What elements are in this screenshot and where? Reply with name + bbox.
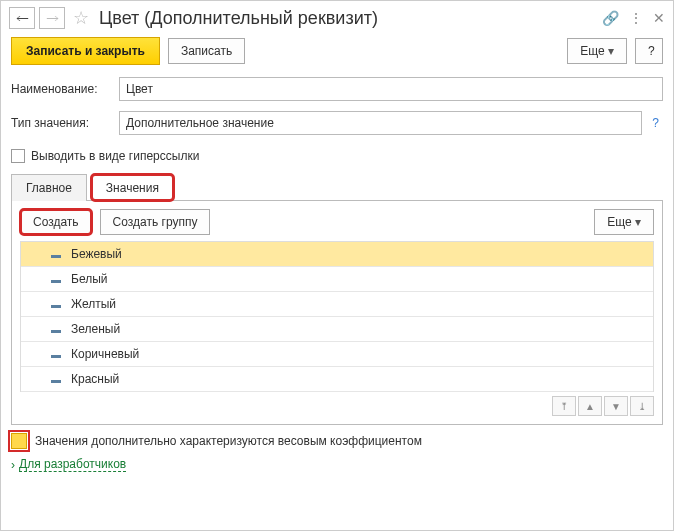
item-icon: ▬: [51, 299, 61, 310]
name-label: Наименование:: [11, 82, 113, 96]
item-icon: ▬: [51, 374, 61, 385]
list-item[interactable]: ▬ Красный: [21, 367, 653, 392]
close-icon[interactable]: ✕: [653, 10, 665, 26]
kebab-menu-icon[interactable]: ⋮: [629, 10, 643, 26]
item-label: Коричневый: [71, 347, 139, 361]
move-up-button[interactable]: ▲: [578, 396, 602, 416]
item-label: Зеленый: [71, 322, 120, 336]
help-button[interactable]: ?: [635, 38, 663, 64]
move-bottom-button[interactable]: ⤓: [630, 396, 654, 416]
list-item[interactable]: ▬ Зеленый: [21, 317, 653, 342]
item-icon: ▬: [51, 324, 61, 335]
hyperlink-label: Выводить в виде гиперссылки: [31, 149, 199, 163]
more-button[interactable]: Еще: [567, 38, 627, 64]
save-and-close-button[interactable]: Записать и закрыть: [11, 37, 160, 65]
name-input[interactable]: [119, 77, 663, 101]
move-down-button[interactable]: ▼: [604, 396, 628, 416]
item-icon: ▬: [51, 274, 61, 285]
weight-checkbox[interactable]: [11, 433, 27, 449]
create-group-button[interactable]: Создать группу: [100, 209, 211, 235]
type-label: Тип значения:: [11, 116, 113, 130]
nav-back-button[interactable]: 🡐: [9, 7, 35, 29]
type-input[interactable]: [119, 111, 642, 135]
nav-forward-button[interactable]: 🡒: [39, 7, 65, 29]
chevron-right-icon: ›: [11, 458, 15, 472]
tab-main[interactable]: Главное: [11, 174, 87, 201]
item-icon: ▬: [51, 349, 61, 360]
item-label: Бежевый: [71, 247, 122, 261]
item-label: Красный: [71, 372, 119, 386]
list-item[interactable]: ▬ Желтый: [21, 292, 653, 317]
save-button[interactable]: Записать: [168, 38, 245, 64]
favorite-icon[interactable]: ☆: [73, 7, 89, 29]
developers-link-text: Для разработчиков: [19, 457, 126, 472]
values-list: ▬ Бежевый ▬ Белый ▬ Желтый ▬ Зеленый ▬ К…: [20, 241, 654, 392]
item-label: Желтый: [71, 297, 116, 311]
panel-more-button[interactable]: Еще: [594, 209, 654, 235]
item-icon: ▬: [51, 249, 61, 260]
create-button[interactable]: Создать: [20, 209, 92, 235]
list-item[interactable]: ▬ Бежевый: [21, 242, 653, 267]
list-item[interactable]: ▬ Белый: [21, 267, 653, 292]
hyperlink-checkbox[interactable]: [11, 149, 25, 163]
developers-link[interactable]: › Для разработчиков: [11, 457, 663, 472]
weight-label: Значения дополнительно характеризуются в…: [35, 434, 422, 448]
move-top-button[interactable]: ⤒: [552, 396, 576, 416]
tab-values[interactable]: Значения: [91, 174, 174, 201]
type-help-icon[interactable]: ?: [648, 116, 663, 130]
link-icon[interactable]: 🔗: [602, 10, 619, 26]
item-label: Белый: [71, 272, 107, 286]
window-title: Цвет (Дополнительный реквизит): [99, 8, 598, 29]
list-item[interactable]: ▬ Коричневый: [21, 342, 653, 367]
values-panel: Создать Создать группу Еще ▬ Бежевый ▬ Б…: [11, 200, 663, 425]
